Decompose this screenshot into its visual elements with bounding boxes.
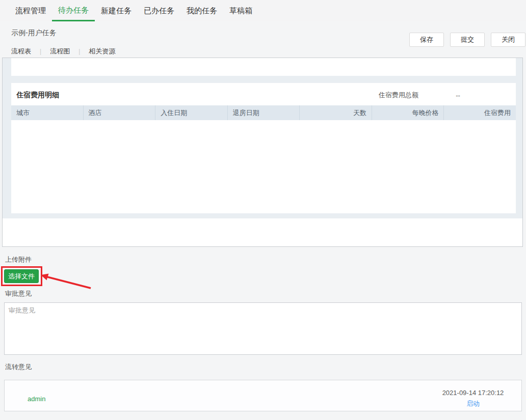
link-process-diagram[interactable]: 流程图: [50, 47, 70, 56]
flow-entry-action-link[interactable]: 启动: [435, 399, 511, 408]
tab-new-task[interactable]: 新建任务: [95, 0, 138, 21]
total-group: 住宿费用总额 --: [379, 91, 497, 100]
flow-opinion-label: 流转意见: [5, 362, 32, 372]
submit-button[interactable]: 提交: [450, 33, 485, 47]
form-scroll-area[interactable]: 住宿费用明细 住宿费用总额 -- 城市 酒店 入住日期 退房日期 天数 每晚价格…: [3, 58, 522, 218]
total-label: 住宿费用总额: [379, 91, 418, 100]
tab-my-tasks[interactable]: 我的任务: [180, 0, 223, 21]
flow-entry-meta: 2021-09-14 17:20:12 启动: [435, 389, 511, 408]
column-header-accommodation-fee: 住宿费用: [444, 105, 516, 120]
column-header-hotel: 酒店: [84, 105, 156, 120]
previous-section-partial: [11, 58, 516, 76]
page-title: 示例-用户任务: [11, 29, 57, 38]
column-header-city: 城市: [11, 105, 84, 120]
column-header-checkin-date: 入住日期: [155, 105, 228, 120]
column-header-checkout-date: 退房日期: [228, 105, 300, 120]
column-header-price-per-night: 每晚价格: [372, 105, 444, 120]
tab-todo-tasks[interactable]: 待办任务: [52, 0, 95, 21]
link-related-resources[interactable]: 相关资源: [89, 47, 115, 56]
view-switcher: 流程表 | 流程图 | 相关资源: [11, 47, 115, 56]
upload-attachment-label: 上传附件: [5, 255, 32, 264]
accommodation-card-header: 住宿费用明细 住宿费用总额 --: [11, 83, 516, 105]
header-actions: 保存 提交 关闭: [409, 33, 525, 47]
flow-opinion-panel: admin 2021-09-14 17:20:12 启动: [4, 380, 522, 411]
link-process-form[interactable]: 流程表: [11, 47, 31, 56]
separator: |: [40, 48, 41, 55]
flow-entry-user: admin: [28, 395, 45, 403]
annotation-arrow-icon: [40, 272, 97, 293]
flow-entry-timestamp: 2021-09-14 17:20:12: [435, 389, 511, 397]
page: 流程管理 待办任务 新建任务 已办任务 我的任务 草稿箱 示例-用户任务 保存 …: [0, 0, 526, 420]
total-value: --: [418, 92, 497, 99]
accommodation-detail-card: 住宿费用明细 住宿费用总额 -- 城市 酒店 入住日期 退房日期 天数 每晚价格…: [11, 83, 516, 213]
form-panel: 住宿费用明细 住宿费用总额 -- 城市 酒店 入住日期 退房日期 天数 每晚价格…: [2, 58, 523, 247]
column-header-days: 天数: [300, 105, 372, 120]
approval-opinion-textarea[interactable]: [4, 302, 522, 355]
save-button[interactable]: 保存: [409, 33, 444, 47]
tab-done-tasks[interactable]: 已办任务: [138, 0, 180, 21]
approval-opinion-label: 审批意见: [5, 289, 32, 298]
separator: |: [78, 48, 80, 55]
accommodation-table-header: 城市 酒店 入住日期 退房日期 天数 每晚价格 住宿费用: [11, 105, 516, 120]
tab-process-management[interactable]: 流程管理: [9, 0, 52, 21]
section-title: 住宿费用明细: [16, 91, 59, 100]
close-button[interactable]: 关闭: [491, 33, 525, 47]
choose-file-button[interactable]: 选择文件: [4, 269, 39, 283]
tab-drafts[interactable]: 草稿箱: [223, 0, 258, 21]
top-nav: 流程管理 待办任务 新建任务 已办任务 我的任务 草稿箱: [0, 0, 526, 21]
